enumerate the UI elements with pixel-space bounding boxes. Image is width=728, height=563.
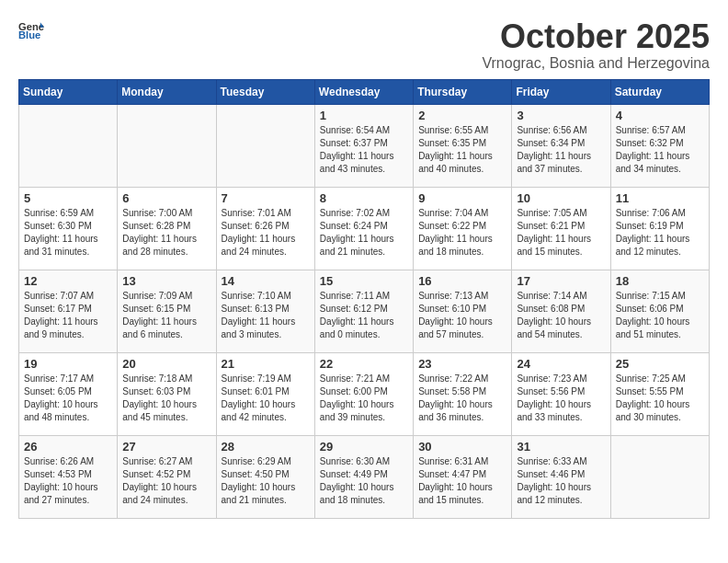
- day-number: 16: [418, 274, 506, 288]
- calendar-cell: 19Sunrise: 7:17 AMSunset: 6:05 PMDayligh…: [19, 352, 118, 435]
- page-header: General Blue October 2025 Vrnograc, Bosn…: [18, 18, 710, 72]
- col-thursday: Thursday: [414, 79, 512, 104]
- day-number: 6: [122, 191, 210, 205]
- day-number: 9: [418, 191, 506, 205]
- calendar-cell: 30Sunrise: 6:31 AMSunset: 4:47 PMDayligh…: [414, 435, 512, 518]
- calendar-cell: 26Sunrise: 6:26 AMSunset: 4:53 PMDayligh…: [19, 435, 118, 518]
- day-number: 14: [222, 274, 310, 288]
- calendar-cell: 4Sunrise: 6:57 AMSunset: 6:32 PMDaylight…: [610, 104, 709, 187]
- header-row: Sunday Monday Tuesday Wednesday Thursday…: [19, 79, 710, 104]
- day-number: 4: [616, 109, 704, 122]
- day-info: Sunrise: 7:02 AMSunset: 6:24 PMDaylight:…: [320, 207, 408, 259]
- day-info: Sunrise: 7:18 AMSunset: 6:03 PMDaylight:…: [122, 373, 210, 424]
- day-number: 3: [517, 109, 605, 122]
- logo: General Blue: [18, 18, 44, 44]
- calendar-cell: 11Sunrise: 7:06 AMSunset: 6:19 PMDayligh…: [610, 187, 709, 270]
- day-info: Sunrise: 7:10 AMSunset: 6:13 PMDaylight:…: [222, 290, 310, 341]
- day-number: 11: [616, 191, 704, 205]
- day-info: Sunrise: 7:13 AMSunset: 6:10 PMDaylight:…: [418, 290, 506, 341]
- day-info: Sunrise: 7:11 AMSunset: 6:12 PMDaylight:…: [320, 290, 408, 341]
- calendar-cell: 29Sunrise: 6:30 AMSunset: 4:49 PMDayligh…: [314, 435, 413, 518]
- calendar-cell: 12Sunrise: 7:07 AMSunset: 6:17 PMDayligh…: [19, 270, 118, 352]
- calendar-cell: 20Sunrise: 7:18 AMSunset: 6:03 PMDayligh…: [118, 352, 216, 435]
- day-info: Sunrise: 7:07 AMSunset: 6:17 PMDaylight:…: [24, 290, 112, 341]
- day-info: Sunrise: 6:27 AMSunset: 4:52 PMDaylight:…: [122, 455, 210, 507]
- day-info: Sunrise: 7:00 AMSunset: 6:28 PMDaylight:…: [122, 207, 210, 259]
- day-info: Sunrise: 7:22 AMSunset: 5:58 PMDaylight:…: [418, 373, 506, 424]
- calendar-cell: 31Sunrise: 6:33 AMSunset: 4:46 PMDayligh…: [512, 435, 610, 518]
- day-number: 22: [320, 357, 408, 371]
- col-monday: Monday: [118, 79, 216, 104]
- calendar-week-3: 12Sunrise: 7:07 AMSunset: 6:17 PMDayligh…: [19, 270, 710, 352]
- calendar-cell: 9Sunrise: 7:04 AMSunset: 6:22 PMDaylight…: [414, 187, 512, 270]
- day-number: 10: [517, 191, 605, 205]
- day-info: Sunrise: 7:01 AMSunset: 6:26 PMDaylight:…: [222, 207, 310, 259]
- col-sunday: Sunday: [19, 79, 118, 104]
- title-block: October 2025 Vrnograc, Bosnia and Herzeg…: [482, 18, 710, 72]
- day-number: 2: [418, 109, 506, 122]
- svg-text:Blue: Blue: [18, 29, 40, 40]
- day-number: 18: [616, 274, 704, 288]
- day-number: 29: [320, 440, 408, 454]
- calendar-cell: 7Sunrise: 7:01 AMSunset: 6:26 PMDaylight…: [216, 187, 314, 270]
- calendar-cell: 16Sunrise: 7:13 AMSunset: 6:10 PMDayligh…: [414, 270, 512, 352]
- day-number: 24: [517, 357, 605, 371]
- location-title: Vrnograc, Bosnia and Herzegovina: [482, 55, 710, 72]
- day-info: Sunrise: 6:55 AMSunset: 6:35 PMDaylight:…: [418, 124, 506, 176]
- month-title: October 2025: [482, 18, 710, 55]
- calendar-cell: 8Sunrise: 7:02 AMSunset: 6:24 PMDaylight…: [314, 187, 413, 270]
- calendar-week-4: 19Sunrise: 7:17 AMSunset: 6:05 PMDayligh…: [19, 352, 710, 435]
- day-number: 28: [222, 440, 310, 454]
- day-number: 30: [418, 440, 506, 454]
- calendar-cell: 24Sunrise: 7:23 AMSunset: 5:56 PMDayligh…: [512, 352, 610, 435]
- day-number: 31: [517, 440, 605, 454]
- day-number: 15: [320, 274, 408, 288]
- day-info: Sunrise: 7:05 AMSunset: 6:21 PMDaylight:…: [517, 207, 605, 259]
- calendar-cell: 6Sunrise: 7:00 AMSunset: 6:28 PMDaylight…: [118, 187, 216, 270]
- day-number: 26: [24, 440, 112, 454]
- day-number: 17: [517, 274, 605, 288]
- calendar-cell: 13Sunrise: 7:09 AMSunset: 6:15 PMDayligh…: [118, 270, 216, 352]
- calendar-cell: [118, 104, 216, 187]
- day-info: Sunrise: 7:25 AMSunset: 5:55 PMDaylight:…: [616, 373, 704, 424]
- calendar-cell: 27Sunrise: 6:27 AMSunset: 4:52 PMDayligh…: [118, 435, 216, 518]
- day-info: Sunrise: 6:26 AMSunset: 4:53 PMDaylight:…: [24, 455, 112, 507]
- calendar-cell: 28Sunrise: 6:29 AMSunset: 4:50 PMDayligh…: [216, 435, 314, 518]
- calendar-cell: 23Sunrise: 7:22 AMSunset: 5:58 PMDayligh…: [414, 352, 512, 435]
- calendar-cell: 15Sunrise: 7:11 AMSunset: 6:12 PMDayligh…: [314, 270, 413, 352]
- calendar-cell: 5Sunrise: 6:59 AMSunset: 6:30 PMDaylight…: [19, 187, 118, 270]
- day-info: Sunrise: 6:59 AMSunset: 6:30 PMDaylight:…: [24, 207, 112, 259]
- day-info: Sunrise: 6:30 AMSunset: 4:49 PMDaylight:…: [320, 455, 408, 507]
- calendar-week-1: 1Sunrise: 6:54 AMSunset: 6:37 PMDaylight…: [19, 104, 710, 187]
- day-info: Sunrise: 7:23 AMSunset: 5:56 PMDaylight:…: [517, 373, 605, 424]
- day-number: 25: [616, 357, 704, 371]
- calendar-cell: 18Sunrise: 7:15 AMSunset: 6:06 PMDayligh…: [610, 270, 709, 352]
- calendar-cell: 21Sunrise: 7:19 AMSunset: 6:01 PMDayligh…: [216, 352, 314, 435]
- day-number: 23: [418, 357, 506, 371]
- day-info: Sunrise: 6:57 AMSunset: 6:32 PMDaylight:…: [616, 124, 704, 176]
- day-info: Sunrise: 7:09 AMSunset: 6:15 PMDaylight:…: [122, 290, 210, 341]
- calendar-week-5: 26Sunrise: 6:26 AMSunset: 4:53 PMDayligh…: [19, 435, 710, 518]
- calendar-cell: [610, 435, 709, 518]
- calendar-cell: [216, 104, 314, 187]
- day-info: Sunrise: 6:54 AMSunset: 6:37 PMDaylight:…: [320, 124, 408, 176]
- day-info: Sunrise: 6:33 AMSunset: 4:46 PMDaylight:…: [517, 455, 605, 507]
- calendar-cell: 3Sunrise: 6:56 AMSunset: 6:34 PMDaylight…: [512, 104, 610, 187]
- calendar-cell: [19, 104, 118, 187]
- day-info: Sunrise: 7:15 AMSunset: 6:06 PMDaylight:…: [616, 290, 704, 341]
- day-info: Sunrise: 7:04 AMSunset: 6:22 PMDaylight:…: [418, 207, 506, 259]
- day-number: 20: [122, 357, 210, 371]
- day-info: Sunrise: 7:19 AMSunset: 6:01 PMDaylight:…: [222, 373, 310, 424]
- col-wednesday: Wednesday: [314, 79, 413, 104]
- calendar-cell: 1Sunrise: 6:54 AMSunset: 6:37 PMDaylight…: [314, 104, 413, 187]
- calendar-cell: 14Sunrise: 7:10 AMSunset: 6:13 PMDayligh…: [216, 270, 314, 352]
- day-info: Sunrise: 7:17 AMSunset: 6:05 PMDaylight:…: [24, 373, 112, 424]
- calendar-cell: 22Sunrise: 7:21 AMSunset: 6:00 PMDayligh…: [314, 352, 413, 435]
- day-number: 5: [24, 191, 112, 205]
- col-saturday: Saturday: [610, 79, 709, 104]
- day-number: 13: [122, 274, 210, 288]
- calendar-cell: 10Sunrise: 7:05 AMSunset: 6:21 PMDayligh…: [512, 187, 610, 270]
- day-info: Sunrise: 7:06 AMSunset: 6:19 PMDaylight:…: [616, 207, 704, 259]
- calendar-week-2: 5Sunrise: 6:59 AMSunset: 6:30 PMDaylight…: [19, 187, 710, 270]
- day-number: 12: [24, 274, 112, 288]
